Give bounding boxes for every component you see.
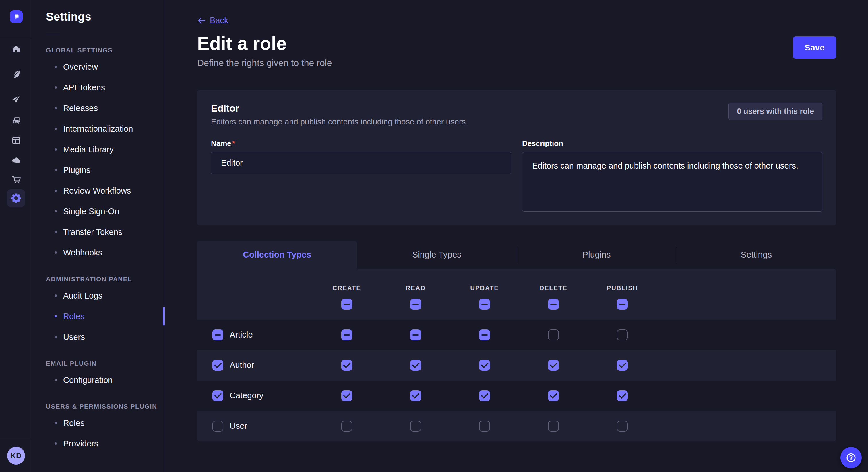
role-description-input[interactable]: Editors can manage and publish contents … (522, 152, 823, 212)
help-button[interactable] (840, 447, 862, 468)
cloud-icon[interactable] (11, 155, 21, 165)
back-link[interactable]: Back (197, 16, 228, 25)
user-publish-checkbox[interactable] (617, 421, 628, 432)
column-label: DELETE (539, 284, 567, 292)
subnav-title-rule (46, 34, 60, 34)
page-title: Edit a role (197, 33, 332, 54)
users-with-role-badge[interactable]: 0 users with this role (728, 103, 823, 120)
sidebar-item-label: Users (63, 332, 85, 342)
category-update-checkbox[interactable] (479, 390, 490, 401)
table-row-user: User (197, 411, 836, 441)
sidebar-item-releases[interactable]: Releases (32, 98, 165, 119)
author-create-checkbox[interactable] (341, 360, 352, 371)
category-delete-checkbox[interactable] (548, 390, 559, 401)
category-create-checkbox[interactable] (341, 390, 352, 401)
media-library-icon[interactable] (11, 116, 21, 126)
send-plane-icon[interactable] (11, 94, 21, 104)
bullet-icon (55, 379, 57, 381)
user-create-checkbox[interactable] (341, 421, 352, 432)
tab-collection-types[interactable]: Collection Types (197, 241, 357, 269)
sidebar-item-label: Media Library (63, 145, 114, 154)
category-publish-checkbox[interactable] (617, 390, 628, 401)
author-update-checkbox[interactable] (479, 360, 490, 371)
tab-single-types[interactable]: Single Types (357, 241, 517, 269)
author-delete-checkbox[interactable] (548, 360, 559, 371)
sidebar-item-media-library[interactable]: Media Library (32, 139, 165, 160)
role-description-text: Editors can manage and publish contents … (211, 117, 468, 127)
avatar[interactable]: KD (7, 447, 25, 465)
sidebar-item-configuration[interactable]: Configuration (32, 370, 165, 390)
sidebar-item-plugins[interactable]: Plugins (32, 160, 165, 180)
sidebar-item-transfer-tokens[interactable]: Transfer Tokens (32, 222, 165, 242)
bullet-icon (55, 66, 57, 68)
article-delete-checkbox[interactable] (548, 330, 559, 340)
marketplace-cart-icon[interactable] (11, 174, 21, 184)
sidebar-item-audit-logs[interactable]: Audit Logs (32, 285, 165, 306)
section-label-administration-panel: ADMINISTRATION PANEL (46, 276, 165, 283)
article-create-checkbox[interactable] (341, 330, 352, 340)
row-select-checkbox[interactable] (212, 421, 223, 432)
bullet-icon (55, 336, 57, 338)
question-circle-icon (845, 452, 857, 463)
row-label: Article (229, 330, 253, 339)
sidebar-item-internationalization[interactable]: Internationalization (32, 119, 165, 139)
sidebar-item-roles-up[interactable]: Roles (32, 413, 165, 433)
author-publish-checkbox[interactable] (617, 360, 628, 371)
settings-gear-icon[interactable] (7, 189, 25, 207)
row-select-checkbox[interactable] (212, 330, 223, 340)
permissions-section: Collection Types Single Types Plugins Se… (197, 241, 836, 441)
bullet-icon (55, 148, 57, 150)
save-button[interactable]: Save (793, 36, 836, 59)
user-update-checkbox[interactable] (479, 421, 490, 432)
permissions-tabs: Collection Types Single Types Plugins Se… (197, 241, 836, 269)
sidebar-item-single-sign-on[interactable]: Single Sign-On (32, 201, 165, 222)
column-create: CREATE (312, 269, 381, 320)
select-all-create-checkbox[interactable] (341, 299, 352, 310)
content-type-builder-icon[interactable] (11, 136, 21, 145)
required-asterisk: * (232, 139, 235, 148)
page-heading-group: Edit a role Define the rights given to t… (197, 33, 332, 68)
user-read-checkbox[interactable] (410, 421, 421, 432)
sidebar-item-webhooks[interactable]: Webhooks (32, 242, 165, 263)
sidebar-item-label: Plugins (63, 165, 90, 175)
table-row-article: Article (197, 320, 836, 350)
sidebar-item-label: Overview (63, 62, 98, 72)
sidebar-item-api-tokens[interactable]: API Tokens (32, 77, 165, 98)
sidebar-item-label: Releases (63, 103, 98, 113)
sidebar-item-label: Roles (63, 418, 84, 428)
sidebar-item-overview[interactable]: Overview (32, 57, 165, 77)
strapi-logo[interactable] (10, 10, 23, 23)
sidebar-item-review-workflows[interactable]: Review Workflows (32, 180, 165, 201)
column-label: UPDATE (470, 284, 499, 292)
select-all-read-checkbox[interactable] (410, 299, 421, 310)
select-all-delete-checkbox[interactable] (548, 299, 559, 310)
select-all-update-checkbox[interactable] (479, 299, 490, 310)
article-publish-checkbox[interactable] (617, 330, 628, 340)
row-select-checkbox[interactable] (212, 390, 223, 401)
sidebar-item-providers[interactable]: Providers (32, 433, 165, 454)
name-field-group: Name* (211, 139, 511, 212)
tab-plugins[interactable]: Plugins (517, 241, 677, 269)
category-read-checkbox[interactable] (410, 390, 421, 401)
row-label: Author (229, 361, 254, 370)
sidebar-item-roles-admin[interactable]: Roles (32, 306, 165, 327)
sidebar-item-label: Webhooks (63, 248, 102, 258)
sidebar-item-users[interactable]: Users (32, 327, 165, 347)
select-all-publish-checkbox[interactable] (617, 299, 628, 310)
tab-settings[interactable]: Settings (677, 241, 836, 269)
role-name-input[interactable] (211, 152, 511, 174)
bullet-icon (55, 107, 57, 109)
content-manager-feather-icon[interactable] (11, 69, 21, 79)
settings-subnav: Settings GLOBAL SETTINGS Overview API To… (32, 0, 165, 472)
author-read-checkbox[interactable] (410, 360, 421, 371)
bullet-icon (55, 210, 57, 212)
article-read-checkbox[interactable] (410, 330, 421, 340)
article-update-checkbox[interactable] (479, 330, 490, 340)
rail-logo-area (0, 0, 32, 38)
row-select-checkbox[interactable] (212, 360, 223, 371)
column-label: PUBLISH (607, 284, 638, 292)
bullet-icon (55, 86, 57, 89)
user-delete-checkbox[interactable] (548, 421, 559, 432)
home-icon[interactable] (11, 44, 21, 54)
role-details-card: Editor Editors can manage and publish co… (197, 90, 836, 225)
